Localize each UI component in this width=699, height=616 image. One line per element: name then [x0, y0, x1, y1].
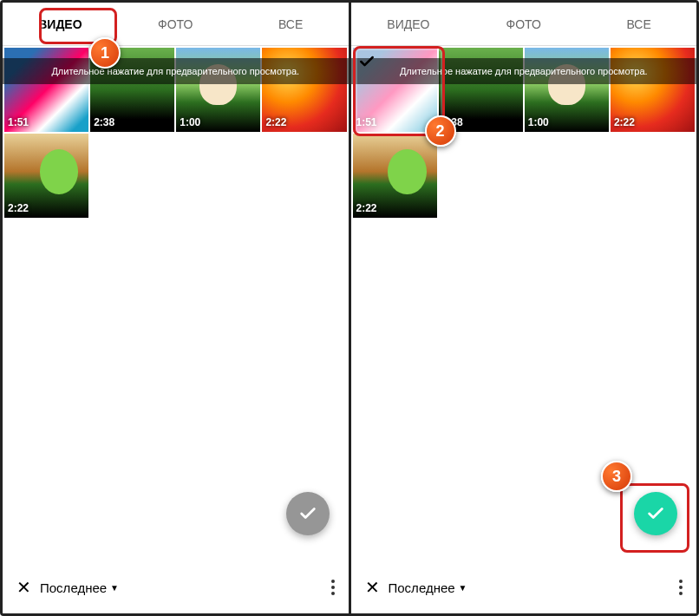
confirm-fab[interactable] [286, 492, 330, 535]
duration-label: 1:00 [528, 116, 549, 128]
step-marker: 1 [89, 37, 121, 69]
video-thumb[interactable]: 2:22 [4, 134, 88, 218]
duration-label: 1:00 [180, 116, 200, 128]
tab-video[interactable]: ВИДЕО [351, 3, 467, 45]
close-icon[interactable]: ✕ [365, 577, 380, 598]
tab-photo[interactable]: ФОТО [118, 3, 233, 45]
duration-label: 2:38 [94, 116, 114, 128]
tab-all[interactable]: ВСЕ [581, 3, 696, 45]
tab-all[interactable]: ВСЕ [233, 3, 349, 45]
tab-photo[interactable]: ФОТО [466, 3, 581, 45]
step-marker: 3 [601, 461, 632, 492]
confirm-fab-active[interactable] [634, 492, 677, 535]
check-icon [646, 504, 665, 523]
overflow-menu-icon[interactable] [331, 580, 335, 595]
duration-label: 2:22 [614, 116, 635, 128]
duration-label: 1:51 [8, 116, 29, 128]
bottom-bar: ✕ Последнее ▼ [351, 561, 697, 613]
hint-banner: Длительное нажатие для предварительного … [351, 58, 697, 84]
chevron-down-icon: ▼ [110, 583, 119, 593]
sort-dropdown[interactable]: Последнее ▼ [389, 580, 467, 595]
sort-dropdown[interactable]: Последнее ▼ [40, 580, 119, 595]
duration-label: 1:51 [356, 116, 377, 128]
duration-label: 2:22 [8, 202, 29, 214]
screenshot-left: ВИДЕО ФОТО ВСЕ Длительное нажатие для пр… [3, 3, 349, 613]
duration-label: 2:22 [356, 202, 377, 214]
top-tabs: ВИДЕО ФОТО ВСЕ [351, 3, 697, 46]
duration-label: 2:22 [265, 116, 286, 128]
screenshot-right: ВИДЕО ФОТО ВСЕ Длительное нажатие для пр… [349, 3, 697, 613]
top-tabs: ВИДЕО ФОТО ВСЕ [3, 3, 349, 46]
hint-banner: Длительное нажатие для предварительного … [3, 58, 349, 84]
bottom-bar: ✕ Последнее ▼ [3, 561, 349, 613]
chevron-down-icon: ▼ [459, 583, 467, 593]
overflow-menu-icon[interactable] [679, 580, 683, 595]
close-icon[interactable]: ✕ [16, 577, 31, 598]
check-icon [298, 504, 317, 523]
video-thumb[interactable]: 2:22 [353, 134, 437, 218]
step-marker: 2 [425, 115, 456, 147]
